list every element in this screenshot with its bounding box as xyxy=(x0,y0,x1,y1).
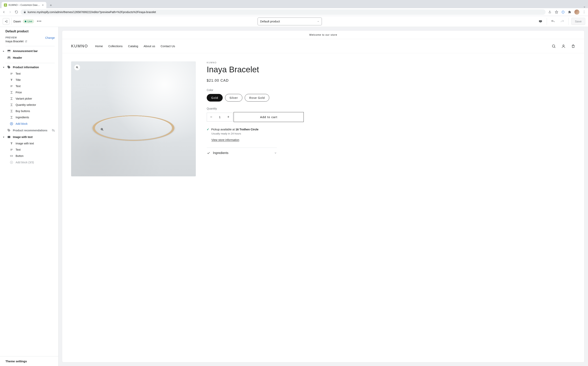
text-lines-icon xyxy=(10,84,13,88)
chevron-down-icon xyxy=(274,152,277,154)
block-button[interactable]: Button xyxy=(0,153,58,159)
block-label: Quantity selector xyxy=(15,103,55,107)
nav-link-contact-us[interactable]: Contact Us xyxy=(160,45,175,48)
new-tab-button[interactable]: ＋ xyxy=(48,2,54,8)
pickup-location: 16 Trothen Circle xyxy=(235,128,258,131)
url-text: kumno.myshopify.com/admin/themes/1265876… xyxy=(28,10,156,14)
section-header[interactable]: Header xyxy=(0,54,58,61)
quantity-decrease-button[interactable]: − xyxy=(207,113,216,122)
block-text[interactable]: Text xyxy=(0,146,58,153)
section-product-information[interactable]: ▾ Product information xyxy=(0,64,58,70)
nav-link-collections[interactable]: Collections xyxy=(108,45,122,48)
block-label: Title xyxy=(15,78,55,82)
star-icon[interactable] xyxy=(555,10,558,14)
section-label: Announcement bar xyxy=(13,49,55,53)
quantity-value: 1 xyxy=(216,113,224,122)
block-label: Text xyxy=(15,148,55,151)
tab-overflow-button[interactable]: ⌄ xyxy=(582,5,587,8)
section-image-with-text[interactable]: ▾ Image with text xyxy=(0,134,58,140)
svg-point-10 xyxy=(563,45,564,46)
profile-avatar[interactable] xyxy=(574,9,580,15)
block-label: Ingredients xyxy=(15,116,55,119)
browser-chrome: S KUMNO ~ Customize Dawn ~ S × ＋ ⌄ kumno… xyxy=(0,0,588,16)
block-image-with-text[interactable]: Image with text xyxy=(0,140,58,146)
block-text[interactable]: Text xyxy=(0,83,58,89)
section-announcement-bar[interactable]: ▸ Announcement bar xyxy=(0,48,58,54)
external-link-icon[interactable] xyxy=(25,40,27,43)
block-buy-buttons[interactable]: Buy buttons xyxy=(0,108,58,114)
more-actions-button[interactable]: ••• xyxy=(36,18,43,24)
main-area: Default product PREVIEW Inaya Bracelet C… xyxy=(0,27,588,366)
divider xyxy=(6,46,55,46)
tag-icon xyxy=(7,129,11,132)
cart-icon[interactable] xyxy=(571,44,575,48)
accordion-title: Ingredients xyxy=(213,151,228,155)
ingredients-accordion[interactable]: Ingredients xyxy=(207,151,277,155)
announcement-section-icon xyxy=(7,49,11,53)
zoom-badge[interactable] xyxy=(74,64,80,70)
block-ingredients[interactable]: Ingredients xyxy=(0,114,58,121)
tag-icon xyxy=(7,66,11,69)
block-price[interactable]: Price xyxy=(0,89,58,96)
reload-icon[interactable] xyxy=(15,10,18,14)
view-store-info-link[interactable]: View store information xyxy=(211,138,239,142)
svg-point-0 xyxy=(562,11,564,13)
block-quantity-selector[interactable]: Quantity selector xyxy=(0,102,58,108)
pickup-eta: Usually ready in 24 hours xyxy=(211,132,575,135)
exit-editor-button[interactable] xyxy=(3,18,9,25)
variant-rose-gold[interactable]: Rose Gold xyxy=(245,94,269,101)
color-option-label: Color xyxy=(207,89,575,92)
template-selector[interactable]: Default product xyxy=(257,17,322,25)
variant-gold[interactable]: Gold xyxy=(207,94,223,101)
add-to-cart-button[interactable]: Add to cart xyxy=(234,112,304,122)
browser-toolbar: kumno.myshopify.com/admin/themes/1265876… xyxy=(0,8,588,16)
extension-icon-1[interactable] xyxy=(561,10,565,14)
nav-link-catalog[interactable]: Catalog xyxy=(128,45,138,48)
section-label: Product information xyxy=(13,66,55,69)
block-text[interactable]: Text xyxy=(0,70,58,77)
variant-silver[interactable]: Silver xyxy=(225,94,242,101)
account-icon[interactable] xyxy=(561,44,565,48)
hidden-icon xyxy=(52,129,55,132)
block-title[interactable]: Title xyxy=(0,77,58,83)
plus-circle-icon xyxy=(10,122,13,125)
store-logo[interactable]: KUMNO xyxy=(71,44,88,48)
frame-icon xyxy=(10,97,13,100)
nav-link-home[interactable]: Home xyxy=(95,45,103,48)
shopify-favicon: S xyxy=(4,3,7,7)
kebab-icon[interactable]: ⋮ xyxy=(582,10,586,14)
product-title: Inaya Bracelet xyxy=(207,65,575,74)
quantity-selector: − 1 + xyxy=(207,113,233,122)
section-product-recommendations[interactable]: Product recommendations xyxy=(0,127,58,134)
theme-settings-link[interactable]: Theme settings xyxy=(0,356,58,366)
preview-label: PREVIEW xyxy=(6,36,27,39)
browser-tab[interactable]: S KUMNO ~ Customize Dawn ~ S × xyxy=(1,2,46,8)
address-bar[interactable]: kumno.myshopify.com/admin/themes/1265876… xyxy=(21,9,545,15)
plus-circle-icon xyxy=(10,160,13,164)
frame-icon xyxy=(10,91,13,94)
announcement-bar[interactable]: Welcome to our store xyxy=(62,30,584,39)
undo-button[interactable] xyxy=(550,18,556,25)
change-preview-link[interactable]: Change xyxy=(45,36,55,39)
product-media[interactable] xyxy=(71,61,196,176)
text-lines-icon xyxy=(10,72,13,75)
section-icon xyxy=(7,135,11,139)
add-block-button[interactable]: Add block xyxy=(0,121,58,127)
title-icon xyxy=(10,78,13,82)
back-icon[interactable] xyxy=(2,10,6,14)
svg-rect-3 xyxy=(8,57,10,58)
product-info: KUMNO Inaya Bracelet $21.00 CAD Color Go… xyxy=(207,61,575,176)
frame-icon xyxy=(10,103,13,107)
search-icon[interactable] xyxy=(551,44,556,48)
nav-link-about-us[interactable]: About us xyxy=(143,45,155,48)
store-header-icons xyxy=(551,44,575,48)
header-section-icon xyxy=(7,56,11,60)
share-icon[interactable] xyxy=(548,10,552,14)
divider xyxy=(547,18,547,25)
close-icon[interactable]: × xyxy=(42,3,44,7)
quantity-increase-button[interactable]: + xyxy=(224,113,233,122)
product-vendor: KUMNO xyxy=(207,61,575,64)
desktop-view-button[interactable] xyxy=(537,18,544,25)
block-variant-picker[interactable]: Variant picker xyxy=(0,96,58,102)
extensions-icon[interactable] xyxy=(568,10,572,14)
